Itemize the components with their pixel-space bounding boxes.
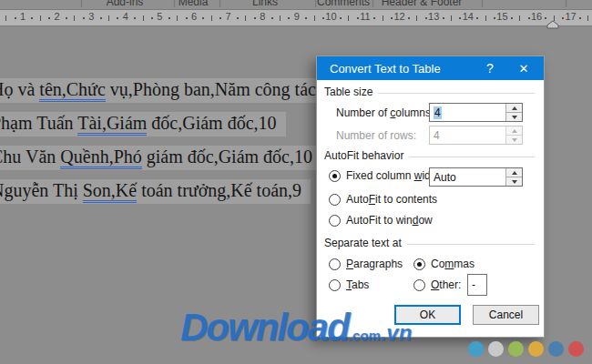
convert-text-to-table-dialog: Convert Text to Table ? ✕ Table size Num… <box>316 56 545 338</box>
ruler-dot <box>83 17 85 19</box>
autofit-label: AutoFit behavior <box>324 149 403 162</box>
ruler-dot <box>186 17 188 19</box>
spin-up-button[interactable] <box>506 104 522 113</box>
ruler-dot <box>117 17 118 19</box>
ribbon-tabstrip: Add-insMediaLinksCommentsHeader & Footer… <box>0 0 592 10</box>
ruler-number: 10 <box>325 11 336 22</box>
ruler-number: 13 <box>428 11 439 22</box>
radio-autofit-to-contents[interactable]: AutoFit to contents <box>329 193 437 206</box>
ruler-dot <box>579 17 581 19</box>
ruler-dot <box>219 17 221 19</box>
radio-paragraphs[interactable]: Paragraphs <box>329 258 403 270</box>
columns-value: 4 <box>434 106 442 119</box>
ruler-dot <box>305 17 307 19</box>
ruler-number: 4 <box>123 11 128 22</box>
ruler-dot <box>202 17 204 19</box>
ruler-dot <box>494 17 495 19</box>
radio-fixed-column-width[interactable]: Fixed column width: <box>329 169 443 182</box>
radio-icon <box>413 258 425 270</box>
radio-icon <box>413 279 425 291</box>
document-line[interactable]: Họ và tên,Chức vụ,Phòng ban,Năm công tác <box>0 78 325 103</box>
ruler-dot <box>322 17 324 19</box>
ruler-tick <box>177 15 178 21</box>
document-line[interactable]: Chu Văn Quềnh,Phó giám đốc,Giám đốc,10 <box>0 146 322 170</box>
right-indent-marker-icon[interactable] <box>546 16 559 33</box>
ruler-tick <box>383 15 383 21</box>
radio-other[interactable]: Other: <box>413 278 461 291</box>
ruler-dot <box>15 17 16 19</box>
download-watermark: Download.com.vn <box>180 306 412 349</box>
ruler-dot <box>134 17 136 19</box>
ruler-number: 14 <box>463 11 474 22</box>
document-text-area[interactable]: Họ và tên,Chức vụ,Phòng ban,Năm công tác… <box>0 78 325 213</box>
ruler-dot <box>340 17 342 19</box>
separate-text-label: Separate text at <box>324 237 402 249</box>
ruler-dot <box>66 17 67 19</box>
ruler-dot <box>391 17 393 19</box>
ruler-dot <box>31 17 33 19</box>
watermark-dot <box>488 341 504 357</box>
radio-icon <box>329 258 341 270</box>
ruler-dot <box>48 17 50 19</box>
ruler-dot <box>237 17 239 19</box>
ruler-dot <box>511 17 513 19</box>
ruler-tick <box>314 15 315 21</box>
ruler-number: 11 <box>360 11 370 22</box>
flagged-text: Quềnh,Phó <box>60 147 141 169</box>
watermark-dot <box>548 341 564 357</box>
ruler-dot <box>151 17 153 19</box>
tab-separator: | <box>565 0 567 7</box>
cancel-button[interactable]: Cancel <box>473 305 539 325</box>
ruler-tick <box>40 15 41 21</box>
table-size-label: Table size <box>324 86 373 98</box>
spin-down-button[interactable] <box>506 113 522 121</box>
tab-separator: | <box>80 0 83 7</box>
document-line[interactable]: Phạm Tuấn Tài,Giám đốc,Giám đốc,10 <box>0 112 286 136</box>
ruler-dot <box>357 17 359 19</box>
fixed-column-width-spinner[interactable]: Auto <box>429 167 523 187</box>
ribbon-tab-header-footer[interactable]: Header & Footer <box>382 0 463 8</box>
tab-separator: | <box>219 0 221 7</box>
spin-down-button[interactable] <box>506 177 522 186</box>
help-icon[interactable]: ? <box>476 61 504 76</box>
ruler-dot <box>443 17 444 19</box>
ruler-number: 5 <box>157 11 162 22</box>
ribbon-tab-media[interactable]: Media <box>179 0 209 8</box>
group-divider <box>378 93 535 94</box>
dialog-titlebar[interactable]: Convert Text to Table ? ✕ <box>317 56 544 80</box>
ruler-number: 16 <box>531 11 542 22</box>
radio-autofit-to-window[interactable]: AutoFit to window <box>329 214 433 227</box>
spin-up-button[interactable] <box>506 168 522 177</box>
number-of-columns-label: Number of columns: <box>336 106 434 119</box>
table-size-group-header: Table size <box>324 86 535 98</box>
close-icon[interactable]: ✕ <box>504 62 544 76</box>
ruler-tick <box>587 15 588 21</box>
ruler-tick <box>416 15 417 21</box>
tab-separator: | <box>481 0 484 7</box>
other-separator-input[interactable]: - <box>467 274 487 296</box>
ruler-dot <box>254 17 256 19</box>
separate-text-group-header: Separate text at <box>324 237 535 249</box>
number-of-columns-spinner[interactable]: 4 <box>429 103 523 122</box>
ruler-number: 17 <box>565 11 576 22</box>
group-divider <box>407 244 535 245</box>
radio-commas[interactable]: Commas <box>413 258 475 270</box>
ruler-tick <box>108 15 109 21</box>
radio-tabs[interactable]: Tabs <box>329 278 369 291</box>
spin-down-button <box>506 136 522 144</box>
document-line[interactable]: Nguyễn Thị Son,Kế toán trưởng,Kế toán,9 <box>0 179 311 204</box>
ruler-tick <box>280 15 281 21</box>
ruler-number: 9 <box>294 11 300 22</box>
ribbon-tab-links[interactable]: Links <box>252 0 278 8</box>
ribbon-tab-comments[interactable]: Comments <box>317 0 370 8</box>
ruler-number: 6 <box>191 11 197 22</box>
ruler-number: 2 <box>55 11 60 22</box>
horizontal-ruler[interactable]: 1234567891011121314151617 <box>0 10 592 26</box>
ruler-dot <box>100 17 102 19</box>
tab-separator: | <box>314 0 317 7</box>
ruler-dot <box>373 17 375 19</box>
tab-separator: | <box>173 0 176 7</box>
radio-icon <box>329 279 341 291</box>
ruler-number: 15 <box>496 11 507 22</box>
ribbon-tab-add-ins[interactable]: Add-ins <box>107 0 144 8</box>
